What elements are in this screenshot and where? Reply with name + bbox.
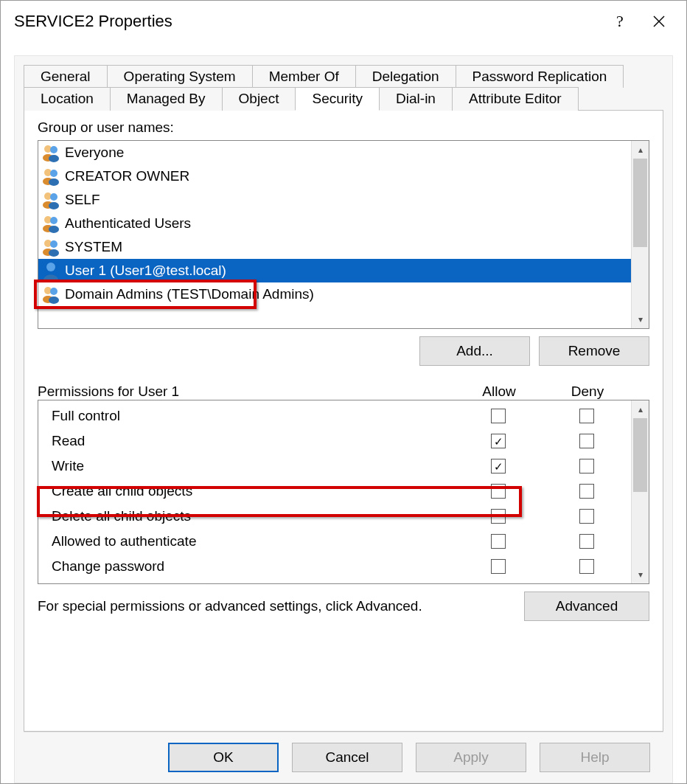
deny-checkbox[interactable] (579, 509, 594, 524)
advanced-button[interactable]: Advanced (524, 592, 649, 621)
permissions-header: Permissions for User 1 Allow Deny (38, 384, 649, 400)
list-item[interactable]: Authenticated Users (38, 212, 631, 235)
list-item-label: Everyone (65, 145, 124, 161)
list-item[interactable]: SYSTEM (38, 235, 631, 259)
svg-point-25 (50, 288, 57, 295)
deny-checkbox[interactable] (579, 434, 594, 448)
group-list-items: EveryoneCREATOR OWNERSELFAuthenticated U… (38, 141, 631, 328)
allow-checkbox[interactable]: ✓ (491, 434, 506, 448)
group-icon (41, 190, 60, 209)
svg-text:?: ? (616, 13, 624, 30)
svg-point-22 (49, 249, 59, 257)
security-panel: Group or user names: EveryoneCREATOR OWN… (24, 110, 663, 732)
cancel-button[interactable]: Cancel (292, 743, 402, 772)
svg-point-20 (50, 240, 57, 248)
group-icon (41, 237, 60, 257)
close-icon[interactable] (641, 7, 677, 36)
group-buttons: Add... Remove (38, 336, 649, 366)
group-list-label: Group or user names: (38, 119, 649, 136)
permissions-listbox[interactable]: Full controlRead✓Write✓Create all child … (38, 400, 649, 584)
allow-checkbox[interactable] (491, 559, 506, 574)
allow-checkbox[interactable] (491, 509, 506, 524)
permission-row: Delete all child objects (52, 504, 631, 529)
group-icon (41, 285, 60, 304)
ok-button[interactable]: OK (168, 743, 279, 772)
help-button[interactable]: Help (540, 743, 650, 772)
tab-security[interactable]: Security (295, 87, 380, 111)
list-item[interactable]: User 1 (User1@test.local) (38, 259, 631, 282)
add-button[interactable]: Add... (419, 336, 530, 366)
deny-column-header: Deny (543, 384, 632, 400)
list-item[interactable]: SELF (38, 188, 631, 212)
allow-column-header: Allow (455, 384, 543, 400)
titlebar: SERVICE2 Properties ? (1, 1, 686, 42)
svg-point-23 (46, 263, 55, 271)
svg-point-27 (49, 296, 59, 304)
svg-point-8 (50, 170, 57, 177)
list-item[interactable]: Everyone (38, 141, 631, 164)
allow-checkbox[interactable]: ✓ (491, 459, 506, 473)
scroll-up-icon[interactable]: ▴ (632, 141, 649, 159)
list-item-label: User 1 (User1@test.local) (65, 263, 226, 279)
tab-managed-by[interactable]: Managed By (110, 87, 223, 111)
tab-container: GeneralOperating SystemMember OfDelegati… (14, 55, 673, 783)
permission-name: Write (52, 458, 454, 474)
properties-window: SERVICE2 Properties ? GeneralOperating S… (0, 0, 687, 784)
deny-checkbox[interactable] (579, 559, 594, 574)
advanced-row: For special permissions or advanced sett… (38, 592, 649, 621)
svg-point-6 (49, 155, 59, 162)
group-icon (41, 143, 60, 162)
apply-button[interactable]: Apply (416, 743, 526, 772)
tab-object[interactable]: Object (222, 87, 296, 111)
svg-point-16 (50, 217, 57, 224)
tab-attribute-editor[interactable]: Attribute Editor (452, 87, 579, 111)
window-title: SERVICE2 Properties (14, 12, 604, 31)
list-item-label: CREATOR OWNER (65, 168, 189, 184)
list-item[interactable]: Domain Admins (TEST\Domain Admins) (38, 282, 631, 306)
permission-row: Full control (52, 403, 631, 429)
user-icon (41, 261, 60, 280)
permission-name: Change password (52, 558, 454, 575)
tab-member-of[interactable]: Member Of (252, 65, 356, 88)
permissions-scrollbar[interactable]: ▴ ▾ (631, 400, 649, 583)
scroll-up-icon[interactable]: ▴ (632, 400, 649, 418)
group-icon (41, 214, 60, 233)
remove-button[interactable]: Remove (539, 336, 649, 366)
permission-row: Read✓ (52, 429, 631, 454)
group-listbox[interactable]: EveryoneCREATOR OWNERSELFAuthenticated U… (38, 140, 649, 329)
allow-checkbox[interactable] (491, 534, 506, 549)
tab-general[interactable]: General (24, 65, 108, 88)
deny-checkbox[interactable] (579, 409, 594, 423)
help-icon[interactable]: ? (604, 7, 641, 36)
permissions-label: Permissions for User 1 (38, 384, 455, 400)
list-item-label: Authenticated Users (65, 215, 191, 232)
permission-name: Read (52, 433, 454, 449)
allow-checkbox[interactable] (491, 409, 506, 423)
list-item-label: SYSTEM (65, 239, 122, 255)
tab-delegation[interactable]: Delegation (355, 65, 456, 88)
svg-point-18 (49, 226, 59, 233)
group-icon (41, 167, 60, 186)
tab-location[interactable]: Location (24, 87, 111, 111)
tab-dial-in[interactable]: Dial-in (379, 87, 453, 111)
client-area: GeneralOperating SystemMember OfDelegati… (1, 42, 686, 783)
permission-row: Allowed to authenticate (52, 529, 631, 554)
list-item[interactable]: CREATOR OWNER (38, 164, 631, 188)
list-item-label: SELF (65, 192, 100, 208)
group-scrollbar[interactable]: ▴ ▾ (631, 141, 649, 328)
deny-checkbox[interactable] (579, 459, 594, 473)
tab-operating-system[interactable]: Operating System (107, 65, 253, 88)
permission-name: Delete all child objects (52, 508, 454, 524)
allow-checkbox[interactable] (491, 484, 506, 499)
scroll-down-icon[interactable]: ▾ (632, 311, 649, 328)
permission-row: Change password (52, 554, 631, 579)
list-item-label: Domain Admins (TEST\Domain Admins) (65, 286, 314, 302)
deny-checkbox[interactable] (579, 484, 594, 499)
tabs-row-2: LocationManaged ByObjectSecurityDial-inA… (24, 87, 663, 111)
deny-checkbox[interactable] (579, 534, 594, 549)
permissions-items: Full controlRead✓Write✓Create all child … (38, 400, 631, 583)
tab-password-replication[interactable]: Password Replication (456, 65, 624, 88)
special-permissions-text: For special permissions or advanced sett… (38, 598, 524, 614)
scroll-down-icon[interactable]: ▾ (632, 566, 649, 583)
svg-point-12 (50, 193, 57, 201)
